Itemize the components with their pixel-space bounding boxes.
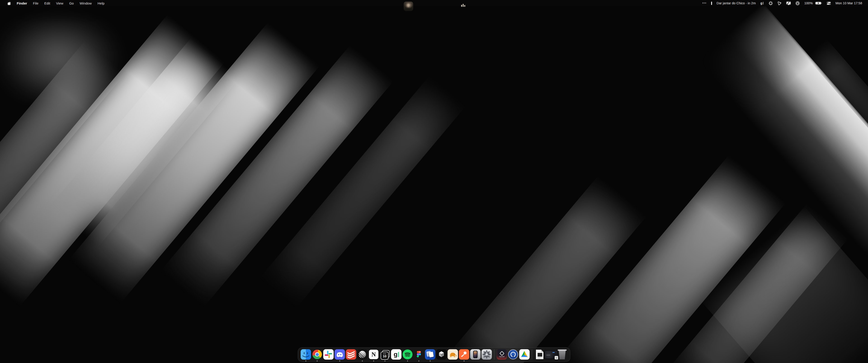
chrome-icon (312, 350, 322, 359)
dock-slack[interactable] (323, 349, 334, 360)
dock-separator (532, 349, 532, 360)
dock-notion[interactable]: N (368, 349, 379, 360)
display-icon (786, 1, 791, 5)
eq-bar (461, 5, 462, 7)
menu-help[interactable]: Help (95, 1, 107, 5)
dock: N 10 g (298, 348, 570, 362)
notion-icon: N (368, 349, 379, 360)
pick-icon (777, 1, 782, 5)
menu-bar-date[interactable]: Mon 10 Mar (833, 1, 853, 5)
dock-discord[interactable] (335, 349, 345, 360)
dock-notion-calendar[interactable] (357, 349, 368, 360)
reminder-bar-icon (711, 2, 712, 5)
running-indicator-dot (464, 361, 465, 361)
dock-google-drive[interactable] (519, 349, 530, 360)
raycast-icon: raycast (497, 349, 507, 360)
discord-icon (335, 349, 345, 360)
dock-postman[interactable] (459, 349, 469, 360)
discord-logo (335, 349, 345, 360)
1password-icon (796, 1, 800, 5)
postman-astronaut (459, 349, 469, 360)
document-thumbnail (537, 353, 542, 357)
reminder-color-bar (709, 2, 714, 5)
raycast-diamond (499, 351, 504, 356)
slack-icon (323, 349, 334, 360)
trash-icon (558, 350, 566, 359)
mammoth-shape (447, 349, 458, 360)
dock-document-file[interactable] (534, 349, 545, 360)
system-settings-icon (482, 349, 492, 360)
dock-system-settings[interactable] (482, 349, 492, 360)
notion-n-glyph: N (371, 351, 376, 358)
minimized-window-detail (546, 355, 550, 355)
control-center-menu-item[interactable] (825, 2, 833, 5)
todoist-icon (346, 349, 356, 360)
dock-mammoth[interactable] (447, 349, 458, 360)
granola-icon: g (391, 349, 401, 360)
now-playing-album-art[interactable] (404, 2, 413, 11)
dock-calendar-date-app[interactable]: 10 (380, 349, 390, 360)
raycast-label: raycast (499, 356, 505, 357)
dock-trash[interactable] (557, 349, 567, 360)
windows-app-icon (425, 349, 435, 360)
battery-percent: 100% (802, 1, 815, 5)
dock-iphone-mirroring[interactable] (470, 349, 480, 360)
granola-menu-item[interactable]: g (758, 1, 766, 5)
running-indicator-dot (384, 361, 385, 361)
dock-granola[interactable]: g (391, 349, 401, 360)
menu-view[interactable]: View (53, 1, 66, 5)
granola-cursor-bar (398, 352, 399, 357)
running-indicator-dot (305, 361, 306, 361)
menu-finder[interactable]: Finder (14, 1, 30, 5)
todoist-ticks (346, 349, 356, 360)
menu-bar-time[interactable]: 17:58 (854, 1, 864, 5)
cube-shape (436, 349, 447, 360)
desktop: Finder File Edit View Go Window Help •••… (0, 0, 868, 363)
figma-shape (419, 353, 421, 355)
dock-finder[interactable] (301, 349, 311, 360)
figma-shape (419, 351, 421, 353)
dock-minimized-window[interactable]: 11 (546, 349, 556, 360)
figma-shape (417, 353, 419, 355)
dock-windows-app[interactable] (425, 349, 435, 360)
dock-cube-3d-app[interactable] (436, 349, 447, 360)
google-drive-icon (519, 349, 530, 360)
figma-shape (417, 351, 419, 353)
figma-shape (417, 355, 419, 357)
spotify-icon (403, 350, 412, 359)
menu-window[interactable]: Window (76, 1, 94, 5)
overflow-menu-icon[interactable]: ••• (700, 2, 709, 5)
battery-charging-icon (815, 2, 822, 5)
postman-icon (459, 349, 469, 360)
control-center-icon (827, 2, 831, 5)
menu-go[interactable]: Go (66, 1, 76, 5)
dock-todoist[interactable] (346, 349, 356, 360)
dock-separator (494, 349, 494, 360)
battery-menu-item[interactable] (815, 2, 825, 5)
running-indicator-dot (317, 361, 318, 361)
dock-1password[interactable] (508, 349, 518, 360)
finder-face (301, 349, 311, 360)
menu-file[interactable]: File (30, 1, 41, 5)
dock-google-chrome[interactable] (312, 349, 322, 360)
running-indicator-dot (373, 361, 374, 361)
flower-menu-item[interactable] (766, 1, 775, 5)
dock-spotify[interactable] (402, 349, 413, 360)
iphone-mirroring-icon (470, 349, 480, 360)
document-text-line (537, 357, 542, 358)
window-pane (429, 352, 434, 358)
dock-raycast[interactable]: raycast (497, 349, 507, 360)
spotify-waves (403, 350, 412, 359)
menu-edit[interactable]: Edit (41, 1, 53, 5)
status-area: ••• Dar jantar do Chico · in 2m g (700, 1, 868, 5)
display-menu-item[interactable] (784, 1, 793, 5)
reminder-status-text[interactable]: Dar jantar do Chico · in 2m (714, 1, 758, 5)
pick-menu-item[interactable] (775, 1, 784, 5)
flower-icon (769, 1, 773, 5)
striped-sphere (359, 351, 366, 358)
dock-figma[interactable] (414, 349, 424, 360)
onepassword-menu-item[interactable] (793, 1, 802, 5)
document-text-line (537, 358, 540, 359)
eq-bar (464, 5, 465, 7)
apple-menu[interactable] (5, 1, 14, 5)
